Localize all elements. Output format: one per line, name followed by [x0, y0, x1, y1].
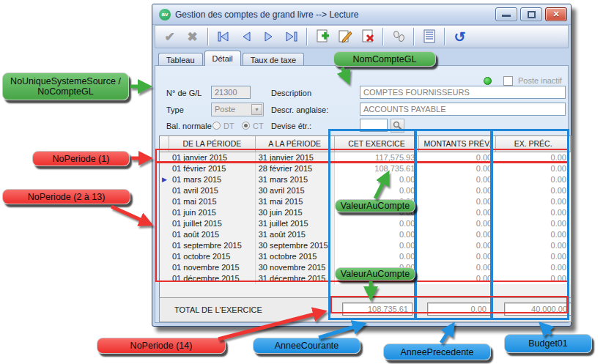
- cell-previous-year: 0.00: [496, 163, 571, 174]
- cell-from: 01 septembre 2015: [169, 240, 256, 251]
- callout-nom-compte-gl: NomCompteGL: [333, 51, 436, 67]
- minimize-button[interactable]: [495, 7, 517, 21]
- cell-from: 01 janvier 2015: [169, 152, 256, 163]
- toolbar-separator: [444, 28, 445, 45]
- tab-detail[interactable]: Détail: [204, 51, 241, 66]
- cell-to: 30 novembre 2015: [256, 262, 335, 273]
- accept-icon[interactable]: ✔: [160, 27, 180, 46]
- cell-budget: 0.00: [419, 185, 496, 196]
- cell-budget: 0.00: [419, 196, 496, 207]
- poste-inactif-label: Poste inactif: [518, 76, 562, 85]
- foreign-currency-label: Devise étr.:: [271, 122, 311, 130]
- table-row[interactable]: ▶ 01 septembre 2015 30 septembre 2015 0.…: [160, 240, 571, 251]
- chevron-down-icon[interactable]: ▼: [251, 104, 262, 115]
- header-de-la-periode: DE LA PÉRIODE: [169, 136, 256, 152]
- callout-valeur-au-compte-2: ValeurAuCompte: [335, 267, 415, 281]
- undo-icon[interactable]: ↺: [450, 27, 470, 46]
- edit-record-icon[interactable]: [335, 27, 355, 46]
- cell-current-year: 108,735.61: [335, 163, 420, 174]
- radio-dt[interactable]: [212, 122, 221, 130]
- radio-ct[interactable]: [242, 122, 250, 130]
- cell-previous-year: 0.00: [496, 240, 571, 251]
- cell-current-year: 0.00: [335, 229, 420, 240]
- finder-icon[interactable]: [391, 119, 404, 133]
- callout-budget01: Budget01: [504, 334, 592, 353]
- cell-previous-year: 0.00: [496, 273, 571, 284]
- current-row-marker-icon: ▶: [162, 176, 167, 183]
- english-description-label: Descr. anglaise:: [271, 105, 328, 114]
- cell-budget: 0.00: [419, 240, 496, 251]
- tab-tableau[interactable]: Tableau: [158, 53, 203, 66]
- header-cet-exercice: CET EXERCICE: [335, 136, 420, 152]
- table-row[interactable]: ▶ 01 octobre 2015 31 octobre 2015 0.00 0…: [160, 251, 571, 262]
- previous-record-icon[interactable]: [236, 27, 256, 46]
- foreign-currency-field[interactable]: [360, 119, 388, 132]
- first-record-icon[interactable]: [213, 27, 233, 46]
- arrow-annee-precedente: [441, 326, 452, 343]
- table-row[interactable]: ▶ 01 avril 2015 30 avril 2015 0.00 0.00 …: [160, 185, 571, 196]
- callout-no-periode-14: NoPeriode (14): [97, 338, 226, 354]
- poste-inactif-checkbox[interactable]: [503, 76, 513, 86]
- cell-previous-year: 0.00: [496, 229, 571, 240]
- header-montants-prev: MONTANTS PRÉV.: [419, 136, 496, 152]
- callout-no-unique-systeme-source: NoUniqueSystemeSource / NoCompteGL: [2, 73, 129, 100]
- report-icon[interactable]: [419, 27, 439, 46]
- table-row[interactable]: ▶ 01 janvier 2015 31 janvier 2015 117,57…: [160, 152, 571, 163]
- cancel-icon[interactable]: ✖: [182, 27, 202, 46]
- callout-no-periode-1: NoPeriode (1): [32, 151, 130, 166]
- cell-previous-year: 0.00: [496, 196, 571, 207]
- total-montants-prev-field[interactable]: 0.00: [427, 302, 491, 316]
- header-ex-prec: EX. PRÉC.: [496, 136, 571, 152]
- cell-from: 01 juillet 2015: [169, 218, 256, 229]
- type-label: Type: [166, 105, 184, 114]
- cell-previous-year: 0.00: [496, 185, 571, 196]
- cell-to: 31 octobre 2015: [256, 251, 335, 262]
- header-marker: [160, 136, 169, 152]
- table-row[interactable]: ▶ 01 juillet 2015 31 juillet 2015 0.00 0…: [160, 218, 571, 229]
- toolbar-separator: [413, 28, 414, 45]
- maximize-button[interactable]: [520, 7, 542, 21]
- cell-current-year: 0.00: [335, 174, 420, 185]
- table-row[interactable]: ▶ 01 mars 2015 31 mars 2015 0.00 0.00 0.…: [160, 174, 571, 185]
- arrow-no-periode-2-13: [111, 207, 149, 223]
- cell-current-year: 0.00: [335, 185, 420, 196]
- cell-to: 31 janvier 2015: [256, 152, 335, 163]
- radio-dt-label: DT: [223, 122, 234, 130]
- cell-from: 01 novembre 2015: [169, 262, 256, 273]
- cell-to: 31 mars 2015: [256, 174, 335, 185]
- cell-budget: 0.00: [419, 218, 496, 229]
- total-label: TOTAL DE L'EXERCICE: [174, 305, 262, 314]
- table-row[interactable]: ▶ 01 février 2015 28 février 2015 108,73…: [160, 163, 571, 174]
- type-dropdown[interactable]: Poste ▼: [211, 103, 264, 116]
- table-row[interactable]: ▶ 01 août 2015 31 août 2015 0.00 0.00 0.…: [160, 229, 571, 240]
- cell-from: 01 avril 2015: [169, 185, 256, 196]
- total-ex-prec-field[interactable]: 40,000.00: [504, 302, 572, 316]
- titlebar[interactable]: av Gestion des comptes de grand livre --…: [152, 4, 571, 25]
- total-cet-exercice-field[interactable]: 108,735.61: [342, 302, 413, 316]
- cell-to: 30 avril 2015: [256, 185, 335, 196]
- cell-current-year: 0.00: [335, 240, 420, 251]
- header-a-la-periode: A LA PÉRIODE: [256, 136, 335, 152]
- cell-budget: 0.00: [419, 251, 496, 262]
- toolbar: ✔ ✖ ↺: [155, 25, 569, 48]
- callout-no-periode-2-13: NoPeriode (2 à 13): [2, 189, 130, 204]
- cell-from: 01 février 2015: [169, 163, 256, 174]
- cell-to: 31 août 2015: [256, 229, 335, 240]
- detail-panel: Poste inactif N° de G/L 21300 Descriptio…: [155, 65, 569, 323]
- total-row: TOTAL DE L'EXERCICE 108,735.61 0.00 40,0…: [159, 297, 572, 322]
- gl-number-field[interactable]: 21300: [211, 86, 251, 99]
- description-field[interactable]: COMPTES FOURNISSEURS: [360, 86, 566, 99]
- english-description-field[interactable]: ACCOUNTS PAYABLE: [360, 103, 566, 116]
- cell-budget: 0.00: [419, 273, 496, 284]
- tab-taux-de-taxe[interactable]: Taux de taxe: [243, 53, 304, 66]
- next-record-icon[interactable]: [259, 27, 278, 46]
- callout-annee-precedente: AnneePrecedente: [383, 343, 491, 360]
- audit-trail-icon[interactable]: [388, 27, 408, 46]
- delete-record-icon[interactable]: [358, 27, 377, 46]
- cell-current-year: 117,575.93: [335, 152, 420, 163]
- close-button[interactable]: ✕: [545, 7, 567, 21]
- cell-to: 31 mai 2015: [256, 196, 335, 207]
- period-table: DE LA PÉRIODE A LA PÉRIODE CET EXERCICE …: [159, 135, 572, 320]
- new-record-icon[interactable]: [312, 27, 332, 46]
- last-record-icon[interactable]: [281, 27, 301, 46]
